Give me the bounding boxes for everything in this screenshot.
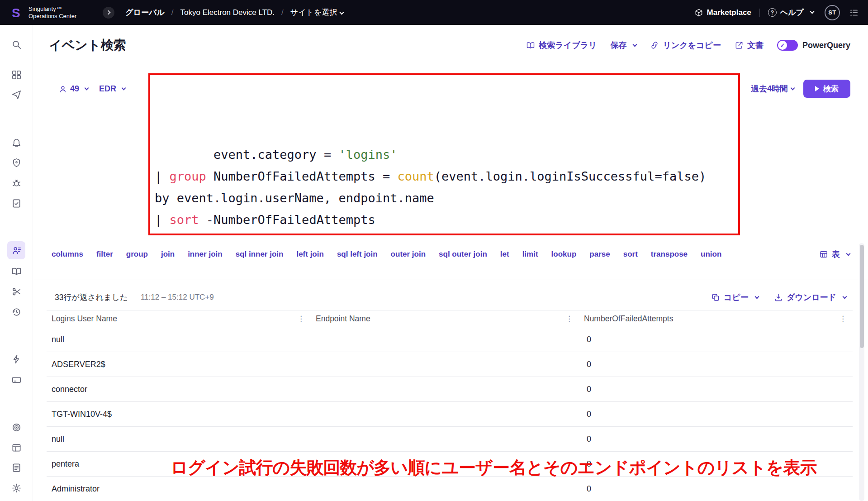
cell-logins-user-name: connector (47, 385, 311, 394)
powerquery-toggle[interactable]: ✓ (777, 40, 798, 51)
sidebar-item-remote-ops[interactable] (7, 282, 25, 301)
chevron-down-icon (85, 86, 89, 91)
vertical-scrollbar[interactable] (859, 243, 864, 501)
column-header[interactable]: Logins User Name ⋮ (47, 310, 311, 327)
operator-link[interactable]: sql inner join (236, 250, 284, 259)
operator-link[interactable]: left join (296, 250, 323, 259)
breadcrumb-account[interactable]: Tokyo Electron Device LTD. (180, 8, 275, 17)
sidebar-item-vulnerabilities[interactable] (7, 174, 25, 192)
sidebar-item-network-discovery[interactable] (7, 418, 25, 436)
breadcrumb-separator: / (281, 8, 284, 17)
table-row[interactable]: connector 0 (47, 377, 853, 402)
operator-link[interactable]: columns (52, 250, 83, 259)
save-button[interactable]: 保存 (610, 40, 636, 51)
sidebar-item-search[interactable] (7, 35, 25, 53)
operator-link[interactable]: sql left join (337, 250, 378, 259)
rows-returned-text: 33行が返されました (55, 292, 128, 303)
shield-icon (11, 157, 22, 168)
breadcrumb-expand-button[interactable] (103, 7, 114, 19)
run-search-label: 検索 (823, 84, 839, 94)
marketplace-link[interactable]: Marketplace (694, 8, 751, 17)
bell-icon (11, 137, 22, 148)
sidebar-item-event-search[interactable] (7, 241, 25, 259)
operator-link[interactable]: sql outer join (439, 250, 487, 259)
query-token: | (155, 169, 170, 183)
table-row[interactable]: null 0 (47, 327, 853, 352)
table-row[interactable]: null 0 (47, 427, 853, 452)
query-run-controls: 過去4時間 検索 (740, 73, 850, 98)
sidebar-item-history[interactable] (7, 303, 25, 321)
powerquery-label: PowerQuery (802, 41, 850, 50)
column-menu-icon[interactable]: ⋮ (296, 314, 306, 324)
library-book-icon (526, 41, 535, 50)
operator-link[interactable]: join (161, 250, 175, 259)
sidebar-item-automation[interactable] (7, 350, 25, 368)
search-library-button[interactable]: 検索ライブラリ (526, 40, 597, 51)
query-editor[interactable]: event.category = 'logins' | group Number… (148, 73, 740, 235)
operator-link[interactable]: parse (589, 250, 610, 259)
sidebar-item-dashboard[interactable] (7, 66, 25, 84)
operator-link[interactable]: outer join (391, 250, 426, 259)
copy-results-button[interactable]: コピー (711, 292, 759, 303)
download-results-button[interactable]: ダウンロード (774, 292, 846, 303)
device-icon (11, 375, 22, 385)
query-token: event.category = (213, 148, 338, 162)
site-scope-selector[interactable]: 49 (58, 84, 88, 94)
page-actions: 検索ライブラリ 保存 リンクをコピー 文書 ✓ (526, 40, 850, 51)
time-range-selector[interactable]: 過去4時間 (751, 83, 794, 94)
help-icon: ? (768, 8, 777, 17)
operator-link[interactable]: let (500, 250, 509, 259)
sidebar-item-threats[interactable] (7, 153, 25, 172)
operator-link[interactable]: filter (96, 250, 113, 259)
breadcrumb-global[interactable]: グローバル (125, 7, 165, 18)
chevron-down-icon (846, 251, 851, 256)
breadcrumb: グローバル / Tokyo Electron Device LTD. / サイト… (125, 7, 343, 18)
data-source-selector[interactable]: EDR (99, 84, 125, 94)
operator-link[interactable]: transpose (651, 250, 688, 259)
search-library-label: 検索ライブラリ (539, 40, 597, 51)
query-token: group (170, 169, 206, 183)
sentinelone-logo[interactable]: S (9, 5, 24, 20)
sidebar-item-alerts[interactable] (7, 133, 25, 151)
operator-link[interactable]: limit (522, 250, 538, 259)
column-header[interactable]: Endpoint Name ⋮ (311, 310, 579, 327)
sidebar-item-reports[interactable] (7, 439, 25, 457)
sidebar-item-settings[interactable] (7, 479, 25, 497)
sidebar-item-library[interactable] (7, 262, 25, 280)
operator-link[interactable]: group (126, 250, 148, 259)
operator-link[interactable]: sort (623, 250, 638, 259)
scrollbar-thumb[interactable] (860, 245, 864, 348)
table-row[interactable]: Administrator 0 (47, 477, 853, 501)
annotation-text: ログイン試行の失敗回数が多い順にユーザー名とそのエンドポイントのリストを表示 (171, 456, 816, 479)
operator-link[interactable]: lookup (551, 250, 577, 259)
operator-link[interactable]: inner join (188, 250, 223, 259)
table-row[interactable]: ADSERVER2$ 0 (47, 352, 853, 377)
copy-link-button[interactable]: リンクをコピー (650, 40, 721, 51)
sidebar-item-deploy[interactable] (7, 86, 25, 104)
sidebar-item-notes[interactable] (7, 458, 25, 477)
sidebar-item-tasks[interactable] (7, 194, 25, 212)
column-menu-icon[interactable]: ⋮ (838, 314, 848, 324)
results-bar: 33行が返されました 11:12 – 15:12 UTC+9 コピー ダウンロー… (33, 280, 868, 310)
table-row[interactable]: TGT-WIN10V-4$ 0 (47, 402, 853, 427)
topbar: S Singularity™ Operations Center グローバル /… (0, 0, 868, 25)
column-menu-icon[interactable]: ⋮ (564, 314, 574, 324)
query-token: count (397, 169, 434, 183)
run-search-button[interactable]: 検索 (803, 80, 850, 98)
help-menu[interactable]: ? ヘルプ (768, 7, 814, 18)
column-header[interactable]: NumberOfFailedAttempts ⋮ (579, 310, 853, 327)
table-view-icon (819, 250, 828, 259)
chevron-right-icon (106, 10, 110, 15)
view-switcher[interactable]: 表 (819, 249, 850, 260)
user-avatar[interactable]: ST (825, 5, 840, 20)
site-selector[interactable]: サイトを選択 (290, 7, 344, 18)
external-link-icon (735, 41, 744, 50)
topbar-right: Marketplace ? ヘルプ ST (694, 5, 859, 20)
document-button[interactable]: 文書 (735, 40, 764, 51)
operator-link[interactable]: union (701, 250, 721, 259)
activity-log-button[interactable] (849, 8, 859, 18)
chevron-down-icon (810, 10, 815, 14)
breadcrumb-separator: / (171, 8, 174, 17)
sidebar-item-devices[interactable] (7, 371, 25, 389)
app-window: S Singularity™ Operations Center グローバル /… (0, 0, 868, 501)
